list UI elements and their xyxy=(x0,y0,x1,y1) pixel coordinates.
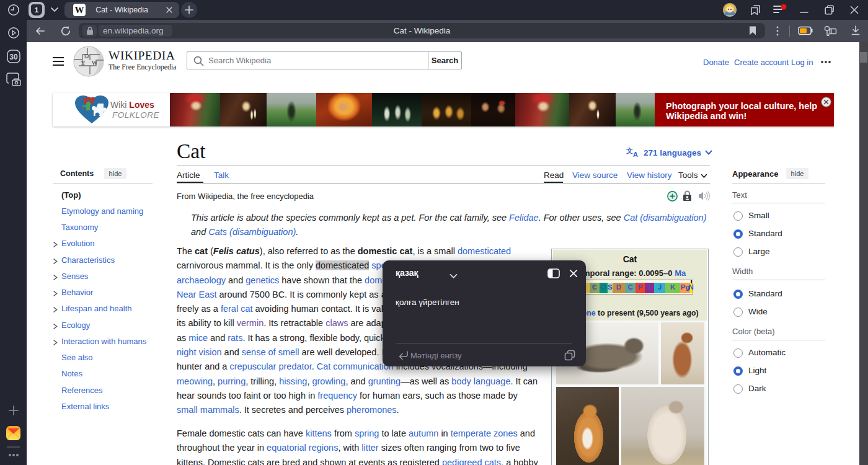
svg-text:字: 字 xyxy=(81,61,86,66)
svg-text:30: 30 xyxy=(9,53,18,61)
svg-text:W: W xyxy=(92,60,98,66)
svg-text:文: 文 xyxy=(626,147,633,154)
svg-text:Ω: Ω xyxy=(84,53,89,60)
svg-text:A: A xyxy=(633,151,638,157)
